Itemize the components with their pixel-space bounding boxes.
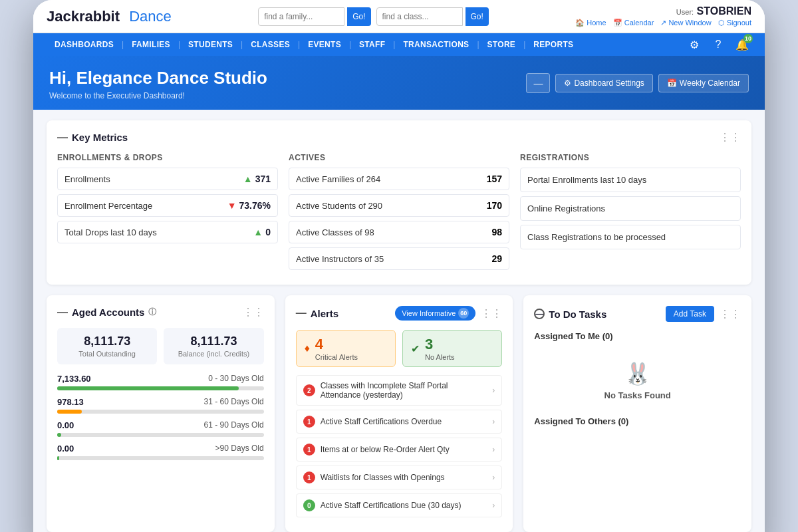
minimize-button[interactable]: — <box>526 73 550 93</box>
add-task-button[interactable]: Add Task <box>666 306 714 322</box>
aged-accounts-header: — Aged Accounts ⓘ ⋮⋮ <box>57 306 264 319</box>
nav-classes[interactable]: CLASSES <box>243 33 298 56</box>
key-metrics-header: — Key Metrics ⋮⋮ <box>57 131 741 144</box>
assigned-to-me-title: Assigned To Me (0) <box>534 331 741 341</box>
progress-bar-0-30-bg <box>57 386 264 390</box>
calendar-link[interactable]: 📅 Calendar <box>613 19 654 27</box>
no-alerts-label: No Alerts <box>425 353 455 361</box>
todo-title: — To Do Tasks <box>534 309 606 320</box>
alert-text-2: Items at or below Re-Order Alert Qty <box>321 445 490 454</box>
actives-col: Actives Active Families of 264 157 Activ… <box>289 153 509 274</box>
todo-card: — To Do Tasks Add Task ⋮⋮ Assigned To Me… <box>523 295 751 532</box>
view-informative-button[interactable]: View Informative 60 <box>395 306 475 321</box>
hero-section: Hi, Elegance Dance Studio Welcome to the… <box>33 56 765 110</box>
alert-text-1: Active Staff Certifications Overdue <box>321 417 490 426</box>
no-alerts-box: ✔ 3 No Alerts <box>402 330 502 367</box>
alert-item-4[interactable]: 0 Active Staff Certifications Due (30 da… <box>296 493 503 517</box>
aged-row-0-30: 7,133.60 0 - 30 Days Old <box>57 374 264 390</box>
drag-handle-aged[interactable]: ⋮⋮ <box>243 306 264 319</box>
new-window-link[interactable]: ↗ New Window <box>660 19 711 27</box>
aged-accounts-info-icon[interactable]: ⓘ <box>148 307 156 318</box>
progress-bar-0-30-fill <box>57 386 239 390</box>
family-search-button[interactable]: Go! <box>347 7 370 26</box>
aged-row-90plus: 0.00 >90 Days Old <box>57 444 264 460</box>
balance-label: Balance (incl. Credits) <box>170 350 257 358</box>
search-area: Go! Go! <box>258 7 489 26</box>
collapse-aged-icon[interactable]: — <box>57 307 68 319</box>
active-classes-row: Active Classes of 98 98 <box>289 221 509 243</box>
alert-dot-2: 1 <box>303 444 315 456</box>
weekly-calendar-button[interactable]: 📅 Weekly Calendar <box>658 74 749 92</box>
no-tasks-area: 🐰 No Tasks Found <box>534 348 741 414</box>
nav-families[interactable]: FAMILIES <box>124 33 178 56</box>
enrollment-pct-row: Enrollment Percentage ▼ 73.76% <box>57 194 278 217</box>
drag-handle-key-metrics[interactable]: ⋮⋮ <box>720 131 741 144</box>
nav-events[interactable]: EVENTS <box>300 33 349 56</box>
top-right: User: STOBRIEN 🏠 Home 📅 Calendar ↗ New W… <box>575 5 751 27</box>
critical-count: 4 <box>315 336 358 353</box>
enrollments-trend-icon: ▲ <box>243 174 253 184</box>
active-families-value: 157 <box>487 174 502 184</box>
aged-totals: 8,111.73 Total Outstanding 8,111.73 Bala… <box>57 328 264 364</box>
critical-alerts-box: ♦ 4 Critical Alerts <box>296 330 396 367</box>
enrollments-heading: Enrollments & Drops <box>57 153 278 162</box>
alert-chevron-4: › <box>492 501 495 510</box>
nav-staff[interactable]: STAFF <box>351 33 393 56</box>
nav-store[interactable]: STORE <box>479 33 524 56</box>
alert-dot-3: 1 <box>303 471 315 483</box>
assigned-to-others-title: Assigned To Others (0) <box>534 416 741 426</box>
signout-link[interactable]: ⬡ Signout <box>718 19 751 27</box>
total-outstanding-value: 8,111.73 <box>64 334 150 348</box>
nav-dashboards[interactable]: DASHBOARDS <box>47 33 122 56</box>
aged-row-61-90: 0.00 61 - 90 Days Old <box>57 420 264 437</box>
dashboard-settings-button[interactable]: ⚙ Dashboard Settings <box>555 74 652 92</box>
class-reg-to-process-row: Class Registrations to be processed <box>520 225 741 249</box>
alerts-header: — Alerts View Informative 60 ⋮⋮ <box>296 306 503 321</box>
alert-items: 2 Classes with Incomplete Staff Portal A… <box>296 375 503 517</box>
alert-chevron-2: › <box>492 445 495 454</box>
informative-count-badge: 60 <box>458 308 469 319</box>
nav-transactions[interactable]: TRANSACTIONS <box>395 33 477 56</box>
class-search-button[interactable]: Go! <box>466 7 489 26</box>
notifications-icon[interactable]: 🔔 10 <box>733 35 751 54</box>
main-content: — Key Metrics ⋮⋮ Enrollments & Drops Enr… <box>33 110 765 532</box>
family-search-group: Go! <box>258 7 370 26</box>
progress-bar-90plus-bg <box>57 456 264 460</box>
user-label-text: User: <box>676 8 694 16</box>
collapse-key-metrics-icon[interactable]: — <box>57 132 68 144</box>
critical-label: Critical Alerts <box>315 353 358 361</box>
alert-item-0[interactable]: 2 Classes with Incomplete Staff Portal A… <box>296 375 503 406</box>
alerts-summary: ♦ 4 Critical Alerts ✔ 3 No Alerts <box>296 330 503 367</box>
hero-actions: — ⚙ Dashboard Settings 📅 Weekly Calendar <box>526 73 749 93</box>
home-link[interactable]: 🏠 Home <box>575 19 606 27</box>
total-drops-row: Total Drops last 10 days ▲ 0 <box>57 221 278 243</box>
nav-items: DASHBOARDS | FAMILIES | STUDENTS | CLASS… <box>47 33 581 56</box>
aged-accounts-title: — Aged Accounts ⓘ <box>57 307 156 319</box>
user-info: User: STOBRIEN <box>676 5 751 17</box>
alert-text-0: Classes with Incomplete Staff Portal Att… <box>321 381 490 400</box>
nav-reports[interactable]: REPORTS <box>525 33 581 56</box>
settings-icon[interactable]: ⚙ <box>685 35 704 54</box>
nav-students[interactable]: STUDENTS <box>180 33 241 56</box>
enrollments-value: 371 <box>255 174 271 184</box>
drag-handle-alerts[interactable]: ⋮⋮ <box>481 307 502 320</box>
alert-chevron-3: › <box>492 473 495 482</box>
total-drops-value: 0 <box>265 227 271 237</box>
nav-icons: ⚙ ? 🔔 10 <box>685 35 751 54</box>
class-search-group: Go! <box>376 7 489 26</box>
alert-chevron-0: › <box>492 386 495 395</box>
alert-item-1[interactable]: 1 Active Staff Certifications Overdue › <box>296 410 503 434</box>
aged-rows: 7,133.60 0 - 30 Days Old 978.13 31 - 60 … <box>57 374 264 460</box>
collapse-alerts-icon[interactable]: — <box>296 307 307 319</box>
progress-bar-31-60-bg <box>57 410 264 414</box>
help-icon[interactable]: ? <box>709 35 728 54</box>
todo-minus-icon[interactable]: — <box>534 309 545 319</box>
enrollments-drops-col: Enrollments & Drops Enrollments ▲ 371 En… <box>57 153 278 274</box>
alert-item-3[interactable]: 1 Waitlists for Classes with Openings › <box>296 466 503 489</box>
critical-alert-icon: ♦ <box>305 342 310 354</box>
drag-handle-todo[interactable]: ⋮⋮ <box>720 308 741 321</box>
nav-bar: DASHBOARDS | FAMILIES | STUDENTS | CLASS… <box>33 33 765 56</box>
family-search-input[interactable] <box>258 7 344 26</box>
class-search-input[interactable] <box>376 7 463 26</box>
alert-item-2[interactable]: 1 Items at or below Re-Order Alert Qty › <box>296 438 503 462</box>
